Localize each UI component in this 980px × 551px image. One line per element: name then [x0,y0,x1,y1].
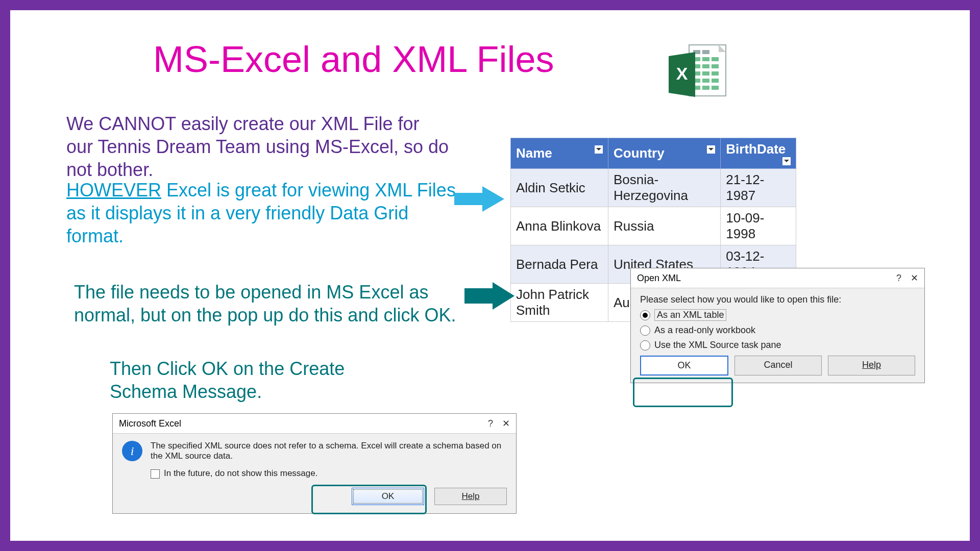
arrow-right-icon [454,184,505,214]
radio-icon [640,340,650,350]
excel-icon: X [664,41,730,107]
col-birthdate: BirthDate [721,138,796,169]
filter-dropdown-icon[interactable] [707,145,715,154]
svg-rect-14 [702,79,709,83]
highlight-box [311,485,427,514]
svg-text:X: X [676,64,688,83]
svg-marker-21 [454,186,504,212]
cancel-button[interactable]: Cancel [734,356,822,375]
radio-icon [640,325,650,336]
svg-marker-22 [464,282,514,310]
col-name: Name [511,138,608,169]
col-country: Country [608,138,720,169]
open-xml-dialog: Open XML ? ✕ Please select how you would… [630,268,925,383]
checkbox-icon [151,469,160,479]
instruction-schema: Then Click OK on the Create Schema Messa… [110,357,396,403]
help-icon[interactable]: ? [896,273,901,284]
slide-title: MS-Excel and XML Files [153,38,554,80]
help-button[interactable]: Help [434,488,507,505]
svg-rect-5 [702,57,709,61]
radio-readonly[interactable]: As a read-only workbook [640,325,915,336]
svg-rect-12 [712,71,719,76]
table-row: Aldin SetkicBosnia-Herzegovina21-12-1987 [511,169,796,207]
table-row: Anna BlinkovaRussia10-09-1998 [511,207,796,245]
however-word: HOWEVER [66,180,161,201]
dialog-titlebar: Open XML ? ✕ [631,268,924,288]
svg-rect-17 [702,86,709,90]
dialog-titlebar: Microsoft Excel ? ✕ [113,414,516,434]
help-icon[interactable]: ? [488,418,493,429]
svg-rect-15 [712,79,719,83]
help-button[interactable]: Help [828,356,915,375]
dialog-title: Microsoft Excel [119,418,181,429]
dialog-title: Open XML [637,273,681,284]
radio-xml-table[interactable]: As an XML table [640,309,915,321]
future-checkbox-row[interactable]: In the future, do not show this message. [151,468,507,479]
radio-icon [640,310,650,320]
info-icon: i [122,441,142,461]
schema-message: The specified XML source does not refer … [151,441,507,461]
close-icon[interactable]: ✕ [911,272,918,284]
svg-rect-6 [712,57,719,61]
svg-rect-18 [712,86,719,90]
dialog-prompt: Please select how you would like to open… [640,294,915,305]
arrow-right-icon [464,281,516,311]
radio-source-pane[interactable]: Use the XML Source task pane [640,340,915,350]
svg-rect-11 [702,71,709,76]
intro-paragraph-1: We CANNOT easily create our XML File for… [66,112,449,181]
svg-rect-9 [712,64,719,68]
filter-dropdown-icon[interactable] [782,157,791,165]
instruction-open: The file needs to be opened in MS Excel … [74,281,467,327]
close-icon[interactable]: ✕ [502,418,510,429]
svg-rect-3 [702,50,709,54]
ok-button[interactable]: OK [640,356,728,375]
intro-paragraph-2: HOWEVER Excel is great for viewing XML F… [66,179,459,247]
filter-dropdown-icon[interactable] [595,145,603,154]
svg-rect-8 [702,64,709,68]
highlight-box [633,378,733,407]
